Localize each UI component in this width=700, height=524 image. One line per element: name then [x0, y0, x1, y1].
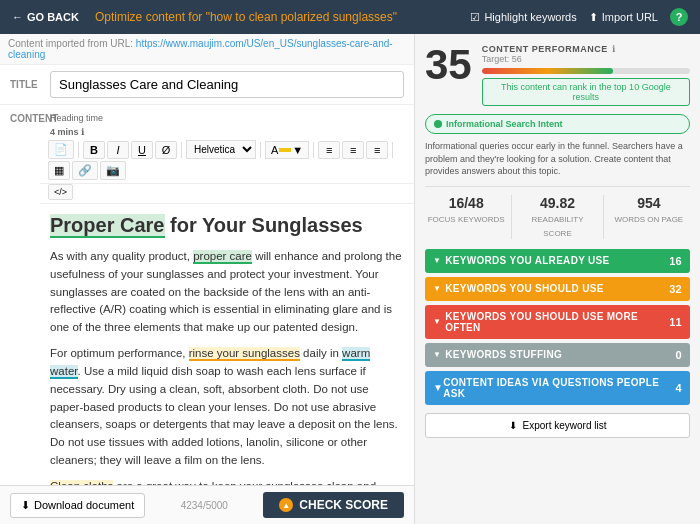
score-target: Target: 56	[482, 54, 690, 64]
kw-should-use-label: KEYWORDS YOU SHOULD USE	[445, 283, 603, 294]
chevron-icon-3: ▼	[433, 317, 441, 326]
kw-already-use-label: KEYWORDS YOU ALREADY USE	[445, 255, 609, 266]
help-button[interactable]: ?	[670, 8, 688, 26]
italic-button[interactable]: I	[107, 141, 129, 159]
left-panel: Content imported from URL: https://www.m…	[0, 34, 415, 524]
import-label: Import URL	[602, 11, 658, 23]
content-ideas-section: ▼ CONTENT IDEAS VIA QUESTIONS PEOPLE ASK…	[425, 371, 690, 405]
content-ideas-label: CONTENT IDEAS VIA QUESTIONS PEOPLE ASK	[443, 377, 675, 399]
editor-area[interactable]: Proper Care for Your Sunglasses As with …	[0, 204, 414, 485]
chevron-icon-5: ▼	[433, 382, 443, 393]
image-button[interactable]: 📷	[100, 161, 126, 180]
header-title: Optimize content for "how to clean polar…	[95, 10, 454, 24]
import-url-button[interactable]: ⬆ Import URL	[589, 11, 658, 24]
chevron-icon-2: ▼	[433, 284, 441, 293]
kw-already-use-header[interactable]: ▼ KEYWORDS YOU ALREADY USE 16	[425, 249, 690, 273]
stat-words-label: WORDS ON PAGE	[614, 215, 683, 224]
list-ol-button[interactable]: ≡	[342, 141, 364, 159]
editor-heading: Proper Care for Your Sunglasses	[50, 212, 404, 238]
check-score-icon: ▲	[279, 498, 293, 512]
back-button[interactable]: ← GO BACK	[12, 11, 79, 23]
stat-readability-label: READABILITY SCORE	[531, 215, 583, 238]
check-score-label: CHECK SCORE	[299, 498, 388, 512]
heading-highlight-proper-care: Proper Care	[50, 214, 165, 238]
download-label: Download document	[34, 499, 134, 511]
content-ideas-count: 4	[676, 382, 682, 394]
stat-words-value: 954	[608, 195, 690, 211]
chevron-icon-1: ▼	[433, 256, 441, 265]
stat-focus-keywords-label: FOCUS KEYWORDS	[428, 215, 505, 224]
score-info: CONTENT PERFORMANCE ℹ Target: 56 This co…	[482, 44, 690, 106]
content-label: CONTENT	[10, 109, 42, 124]
editor-toolbar: 📄 B I U Ø Helvetica A ▼ ≡ ≡ ≡ ▦ 🔗 📷	[40, 137, 414, 184]
stat-focus-keywords-value: 16/48	[425, 195, 507, 211]
right-panel: 35 CONTENT PERFORMANCE ℹ Target: 56 This…	[415, 34, 700, 524]
intent-description: Informational queries occur early in the…	[425, 140, 690, 178]
content-performance-label: CONTENT PERFORMANCE	[482, 44, 608, 54]
export-icon: ⬇	[509, 420, 517, 431]
list-ul-button[interactable]: ≡	[318, 141, 340, 159]
table-button[interactable]: ▦	[48, 161, 70, 180]
bold-button[interactable]: B	[83, 141, 105, 159]
color-swatch	[279, 148, 291, 152]
stat-divider-1	[511, 195, 512, 239]
color-dropdown-icon: ▼	[292, 144, 303, 156]
kw-should-use-header[interactable]: ▼ KEYWORDS YOU SHOULD USE 32	[425, 277, 690, 301]
score-section: 35 CONTENT PERFORMANCE ℹ Target: 56 This…	[425, 44, 690, 106]
color-button[interactable]: A ▼	[265, 141, 309, 159]
stat-words: 954 WORDS ON PAGE	[608, 195, 690, 239]
special-button[interactable]: Ø	[155, 141, 177, 159]
reading-time: Reading time 4 mins ℹ	[50, 109, 103, 137]
kw-stuffing-header[interactable]: ▼ KEYWORDS STUFFING 0	[425, 343, 690, 367]
content-ideas-header[interactable]: ▼ CONTENT IDEAS VIA QUESTIONS PEOPLE ASK…	[425, 371, 690, 405]
back-arrow-icon: ←	[12, 11, 23, 23]
underline-button[interactable]: U	[131, 141, 153, 159]
intent-badge: Informational Search Intent	[425, 114, 690, 134]
kw-section-should-use: ▼ KEYWORDS YOU SHOULD USE 32	[425, 277, 690, 301]
kw-already-use-count: 16	[669, 255, 682, 267]
export-label: Export keyword list	[523, 420, 607, 431]
kw-stuffing-label: KEYWORDS STUFFING	[445, 349, 562, 360]
stat-focus-keywords: 16/48 FOCUS KEYWORDS	[425, 195, 507, 239]
back-label: GO BACK	[27, 11, 79, 23]
toolbar-divider-1	[78, 142, 79, 158]
title-input[interactable]	[50, 71, 404, 98]
kw-should-use-count: 32	[669, 283, 682, 295]
editor-paragraph-1: As with any quality product, proper care…	[50, 248, 404, 337]
header-actions: ☑ Highlight keywords ⬆ Import URL ?	[470, 8, 688, 26]
align-button[interactable]: ≡	[366, 141, 388, 159]
toolbar-format-button[interactable]: 📄	[48, 140, 74, 159]
stat-readability: 49.82 READABILITY SCORE	[516, 195, 598, 239]
download-icon: ⬇	[21, 499, 30, 512]
heading-rest: for Your Sunglasses	[170, 214, 363, 236]
stats-row: 16/48 FOCUS KEYWORDS 49.82 READABILITY S…	[425, 186, 690, 239]
kw-more-often-header[interactable]: ▼ KEYWORDS YOU SHOULD USE MORE OFTEN 11	[425, 305, 690, 339]
toolbar-divider-3	[260, 142, 261, 158]
kw-proper-care: proper care	[193, 250, 252, 264]
optimize-query: "how to clean polarized sunglasses"	[206, 10, 397, 24]
reading-time-label: Reading time	[50, 109, 103, 123]
content-label-row: CONTENT Reading time 4 mins ℹ	[0, 105, 414, 137]
check-score-button[interactable]: ▲ CHECK SCORE	[263, 492, 404, 518]
checkbox-icon: ☑	[470, 11, 480, 24]
app-header: ← GO BACK Optimize content for "how to c…	[0, 0, 700, 34]
score-bar-container	[482, 68, 690, 74]
main-content: Content imported from URL: https://www.m…	[0, 34, 700, 524]
score-number: 35	[425, 44, 472, 86]
highlight-keywords-button[interactable]: ☑ Highlight keywords	[470, 11, 576, 24]
url-bar: Content imported from URL: https://www.m…	[0, 34, 414, 65]
kw-stuffing-count: 0	[676, 349, 682, 361]
font-selector[interactable]: Helvetica	[186, 140, 256, 159]
reading-time-info-icon: ℹ	[81, 127, 84, 137]
code-button[interactable]: </>	[48, 184, 73, 200]
kw-more-often-count: 11	[669, 316, 682, 328]
editor-bottom-bar: ⬇ Download document 4234/5000 ▲ CHECK SC…	[0, 485, 414, 524]
score-bar	[482, 68, 613, 74]
intent-label: Informational Search Intent	[446, 119, 563, 129]
link-button[interactable]: 🔗	[72, 161, 98, 180]
title-section: TITLE	[0, 65, 414, 105]
export-keyword-list-button[interactable]: ⬇ Export keyword list	[425, 413, 690, 438]
editor-toolbar-2: </>	[40, 184, 414, 204]
editor-paragraph-2: For optimum performance, rinse your sung…	[50, 345, 404, 470]
download-button[interactable]: ⬇ Download document	[10, 493, 145, 518]
